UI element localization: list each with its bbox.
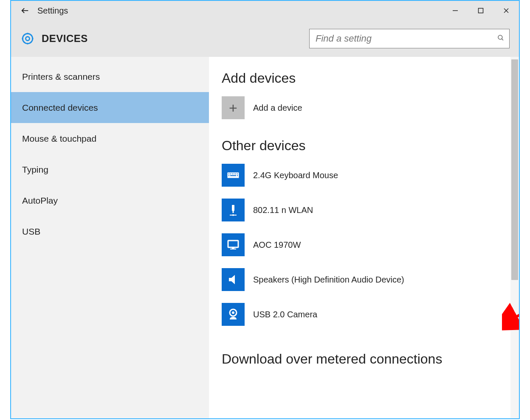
- device-label: 2.4G Keyboard Mouse: [253, 171, 338, 180]
- device-label: USB 2.0 Camera: [253, 310, 317, 319]
- svg-rect-16: [228, 175, 229, 176]
- device-item-wlan[interactable]: 802.11 n WLAN: [222, 199, 506, 221]
- svg-point-22: [232, 214, 234, 216]
- sidebar-item-mouse-touchpad[interactable]: Mouse & touchpad: [11, 123, 209, 154]
- svg-rect-13: [234, 174, 234, 174]
- body: Printers & scanners Connected devices Mo…: [11, 57, 519, 418]
- svg-rect-11: [230, 174, 231, 174]
- svg-rect-23: [228, 241, 238, 247]
- minimize-icon: [452, 8, 458, 14]
- usb-dongle-icon: [222, 199, 245, 221]
- sidebar-item-connected-devices[interactable]: Connected devices: [11, 92, 209, 123]
- plus-icon: +: [222, 96, 245, 119]
- metered-heading: Download over metered connections: [222, 351, 506, 367]
- device-label: AOC 1970W: [253, 240, 301, 250]
- minimize-button[interactable]: [443, 1, 468, 20]
- close-icon: [503, 8, 509, 14]
- monitor-icon: [222, 233, 245, 256]
- scrollbar-thumb[interactable]: [511, 59, 518, 280]
- device-label: Speakers (High Definition Audio Device): [253, 275, 404, 285]
- device-item-monitor[interactable]: AOC 1970W: [222, 233, 506, 256]
- svg-line-7: [502, 39, 503, 40]
- window-title: Settings: [37, 6, 68, 16]
- webcam-icon: [222, 303, 245, 326]
- add-device-label: Add a device: [253, 103, 302, 113]
- keyboard-icon: [222, 164, 245, 187]
- sidebar-item-autoplay[interactable]: AutoPlay: [11, 185, 209, 216]
- titlebar: Settings: [11, 1, 519, 20]
- device-item-keyboard-mouse[interactable]: 2.4G Keyboard Mouse: [222, 164, 506, 187]
- sidebar-item-label: Mouse & touchpad: [22, 134, 96, 144]
- device-item-speakers[interactable]: Speakers (High Definition Audio Device): [222, 268, 506, 291]
- content-pane: Add devices + Add a device Other devices…: [209, 57, 519, 418]
- add-device-button[interactable]: + Add a device: [222, 96, 506, 119]
- search-input[interactable]: [310, 33, 492, 44]
- svg-rect-19: [232, 205, 234, 211]
- header: DEVICES: [11, 20, 519, 57]
- svg-point-4: [25, 36, 29, 40]
- svg-rect-17: [230, 175, 236, 176]
- gear-icon: [20, 31, 35, 46]
- section-title: DEVICES: [42, 33, 88, 45]
- svg-point-5: [23, 34, 33, 44]
- sidebar-item-label: Typing: [22, 165, 48, 175]
- sidebar-item-printers-scanners[interactable]: Printers & scanners: [11, 61, 209, 92]
- sidebar-item-typing[interactable]: Typing: [11, 154, 209, 185]
- svg-rect-24: [232, 247, 234, 249]
- svg-rect-20: [233, 211, 234, 213]
- svg-rect-25: [230, 249, 236, 249]
- arrow-left-icon: [20, 6, 30, 15]
- svg-point-27: [232, 311, 234, 314]
- device-item-camera[interactable]: USB 2.0 Camera: [222, 303, 506, 326]
- svg-rect-15: [237, 174, 238, 174]
- sidebar-item-label: Connected devices: [22, 103, 98, 113]
- scrollbar-track[interactable]: [510, 57, 519, 418]
- search-icon: [492, 34, 509, 44]
- sidebar: Printers & scanners Connected devices Mo…: [11, 57, 209, 418]
- speaker-icon: [222, 268, 245, 291]
- maximize-button[interactable]: [468, 1, 493, 20]
- sidebar-item-usb[interactable]: USB: [11, 216, 209, 247]
- add-devices-heading: Add devices: [222, 70, 506, 86]
- other-devices-heading: Other devices: [222, 138, 506, 154]
- device-label: 802.11 n WLAN: [253, 205, 313, 215]
- sidebar-item-label: AutoPlay: [22, 196, 58, 206]
- svg-point-6: [498, 35, 502, 39]
- window-controls: [443, 1, 519, 20]
- sidebar-item-label: USB: [22, 227, 40, 237]
- close-button[interactable]: [493, 1, 519, 20]
- device-list: 2.4G Keyboard Mouse 802.11 n WLAN AOC 19…: [222, 164, 506, 326]
- svg-rect-18: [237, 175, 238, 176]
- svg-rect-14: [235, 174, 236, 174]
- svg-rect-1: [479, 8, 483, 13]
- settings-window: Settings DEVICES: [10, 0, 520, 419]
- back-button[interactable]: [15, 1, 35, 20]
- svg-rect-10: [228, 174, 229, 174]
- sidebar-item-label: Printers & scanners: [22, 72, 100, 82]
- maximize-icon: [478, 8, 484, 14]
- search-box[interactable]: [309, 29, 510, 48]
- svg-rect-12: [232, 174, 233, 174]
